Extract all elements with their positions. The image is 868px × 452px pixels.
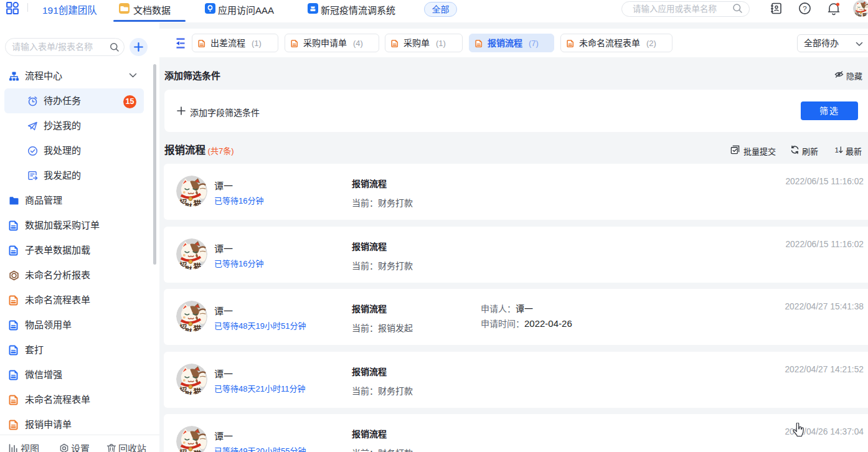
svg-text:1: 1 [834, 146, 839, 154]
svg-text:?: ? [803, 5, 806, 12]
